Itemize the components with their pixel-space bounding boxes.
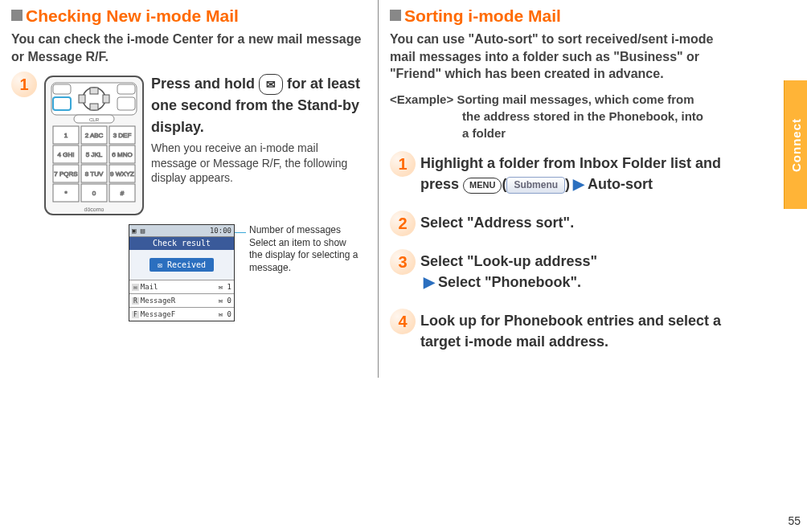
right-example: <Example> Sorting mail messages, which c…	[390, 91, 739, 141]
mini-row-mail-name: Mail	[141, 283, 158, 291]
svg-text:7 PQRS: 7 PQRS	[54, 170, 77, 178]
mini-status-left: ▣ ▤	[132, 227, 145, 235]
svg-text:9 WXYZ: 9 WXYZ	[110, 170, 134, 178]
menu-key-icon: MENU	[463, 178, 502, 194]
svg-text:0: 0	[92, 190, 96, 197]
r3b-text: Select "Phonebook".	[438, 274, 581, 290]
right-heading: Sorting i-mode Mail	[390, 6, 739, 26]
svg-text:3 DEF: 3 DEF	[113, 132, 132, 139]
connect-side-tab: Connect	[784, 80, 807, 209]
svg-rect-5	[79, 95, 85, 103]
mini-row-msgR-count: 0	[227, 297, 231, 305]
svg-text:döcomo: döcomo	[84, 207, 104, 212]
connect-side-tab-label: Connect	[789, 118, 803, 172]
svg-text:CLR: CLR	[89, 117, 100, 122]
mini-row-msgF-badge: F	[132, 311, 139, 318]
mini-row-msgR-badge: R	[132, 297, 139, 305]
example-text3: a folder	[462, 125, 739, 141]
svg-text:8 TUV: 8 TUV	[85, 170, 104, 178]
right-intro: You can use "Auto-sort" to sort received…	[390, 31, 739, 83]
step-number-badge: 4	[390, 309, 416, 334]
step-number-badge: 1	[11, 72, 37, 97]
r4-text: Look up for Phonebook entries and select…	[420, 310, 739, 352]
step-number-badge: 1	[390, 151, 416, 177]
svg-rect-11	[117, 97, 135, 110]
annotation-line1: Number of messages	[249, 224, 362, 237]
mini-row-msgR-name: MessageR	[141, 297, 175, 305]
svg-text:5 JKL: 5 JKL	[86, 151, 103, 158]
svg-text:6 MNO: 6 MNO	[112, 151, 132, 158]
r3a-text: Select "Look-up address"	[420, 253, 597, 269]
mini-row-mail-count: 1	[227, 283, 231, 291]
left-step1-pre: Press and hold	[151, 76, 259, 92]
mini-row-msgF: FMessageF ✉ 0	[129, 307, 234, 321]
right-heading-text: Sorting i-mode Mail	[404, 6, 561, 25]
mini-title: Check result	[129, 237, 234, 250]
left-step-1: 1	[11, 73, 362, 321]
right-step-1: 1 Highlight a folder from Inbox Folder l…	[390, 153, 739, 194]
left-step1-text: Press and hold ✉ for at least one second…	[146, 73, 362, 186]
svg-text:#: #	[121, 190, 125, 197]
example-label: <Example>	[390, 92, 453, 106]
right-column: Sorting i-mode Mail You can use "Auto-so…	[378, 0, 748, 378]
arrow-icon: ▶	[570, 176, 588, 192]
left-column: Checking New i-mode Mail You can check t…	[0, 0, 370, 347]
mini-row-msgF-count: 0	[227, 310, 231, 318]
left-heading: Checking New i-mode Mail	[11, 6, 362, 26]
right-step-4: 4 Look up for Phonebook entries and sele…	[390, 310, 739, 352]
left-step1-sub: When you receive an i-mode mail message …	[151, 141, 362, 186]
result-screenshot-row: ▣ ▤ 10:00 Check result ✉ Received ✉Mail …	[42, 224, 362, 321]
step-number-badge: 3	[390, 249, 416, 275]
heading-square-icon	[11, 10, 23, 21]
svg-rect-9	[53, 97, 71, 110]
svg-text:*: *	[64, 190, 67, 197]
mini-status-right: 10:00	[210, 227, 231, 235]
svg-text:2 ABC: 2 ABC	[85, 132, 104, 139]
annotation-line2: Select an item to show the display for s…	[249, 237, 362, 275]
svg-rect-4	[90, 104, 98, 110]
svg-rect-7	[53, 84, 71, 94]
phone-keypad-illustration: CLR 1 2 ABC 3 DEF 4 GHI 5 JKL 6 MNO 7 PQ…	[42, 73, 146, 218]
arrow-icon: ▶	[420, 274, 438, 290]
svg-rect-6	[103, 95, 109, 103]
r2-text: Select "Address sort".	[420, 212, 739, 233]
mini-received-label: ✉ Received	[150, 258, 214, 272]
mail-key-icon: ✉	[259, 74, 283, 95]
mini-received-banner: ✉ Received	[129, 250, 234, 280]
step-number-badge: 2	[390, 211, 416, 236]
example-text1: Sorting mail messages, which come from	[457, 92, 694, 106]
r1-post: Auto-sort	[588, 176, 653, 192]
svg-text:1: 1	[64, 132, 68, 139]
svg-rect-3	[90, 88, 98, 94]
page-number: 55	[788, 514, 801, 527]
screenshot-annotation: Number of messages Select an item to sho…	[249, 224, 362, 274]
left-intro: You can check the i-mode Center for a ne…	[11, 31, 362, 65]
submenu-softkey-icon: Submenu	[506, 177, 565, 194]
svg-text:4 GHI: 4 GHI	[58, 151, 75, 158]
right-step-3: 3 Select "Look-up address" ▶Select "Phon…	[390, 251, 739, 293]
right-step-2: 2 Select "Address sort".	[390, 212, 739, 233]
mini-row-msgR: RMessageR ✉ 0	[129, 293, 234, 307]
mini-status-bar: ▣ ▤ 10:00	[129, 225, 234, 237]
example-text2: the address stored in the Phonebook, int…	[462, 108, 739, 125]
mini-row-mail: ✉Mail ✉ 1	[129, 280, 234, 293]
mini-row-mail-badge: ✉	[132, 284, 139, 291]
left-heading-text: Checking New i-mode Mail	[26, 6, 239, 25]
manual-page: Checking New i-mode Mail You can check t…	[0, 0, 807, 532]
svg-rect-8	[117, 84, 135, 94]
mini-row-msgF-name: MessageF	[141, 310, 175, 318]
heading-square-icon	[390, 10, 401, 21]
check-result-screen: ▣ ▤ 10:00 Check result ✉ Received ✉Mail …	[129, 224, 235, 321]
